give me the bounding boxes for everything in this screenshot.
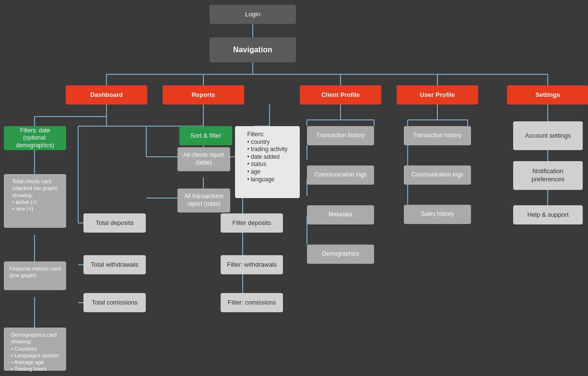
total-deposits-node: Total deposits: [83, 213, 146, 233]
filters-date-node: Filters: date (optional: demographics): [4, 126, 66, 150]
dashboard-node: Dashboard: [66, 85, 147, 105]
client-communication-logs-node: Communication logs: [307, 165, 374, 185]
user-profile-node: User Profile: [397, 85, 478, 105]
login-node: Login: [210, 5, 296, 24]
filter-comissions-node: Filter: comissions: [221, 293, 283, 312]
user-communication-logs-node: Communication logs: [404, 165, 471, 185]
all-clients-report-node: All clients report (table): [177, 147, 230, 171]
diagram: Login Navigation Dashboard Reports Clien…: [0, 0, 588, 376]
demographics-card-node: Demographics card showing: • Countries •…: [4, 328, 66, 371]
user-transaction-history-node: Transaction history: [404, 126, 471, 145]
account-settings-node: Account settings: [513, 121, 583, 150]
sales-history-node: Sales history: [404, 205, 471, 224]
settings-node: Settings: [507, 85, 588, 105]
navigation-node: Navigation: [210, 37, 296, 62]
filter-withdrawals-node: Filter: withdrawals: [221, 255, 283, 274]
sort-filter-node: Sort & filter: [179, 126, 232, 145]
client-transaction-history-node: Transaction history: [307, 126, 374, 145]
financial-metrics-node: Financial metrics card (line graph): [4, 261, 66, 290]
total-clients-card-node: Total clients card (stacked bar graph) s…: [4, 174, 66, 228]
client-profile-node: Client Profile: [300, 85, 381, 105]
total-withdrawals-node: Total withdrawals: [83, 255, 146, 274]
filters-box-node: Filters: • country • trading activity • …: [235, 126, 300, 198]
metadata-node: Metadata: [307, 205, 374, 224]
total-comissions-node: Total comissions: [83, 293, 146, 312]
help-support-node: Help & support: [513, 205, 583, 224]
reports-node: Reports: [163, 85, 244, 105]
all-transactions-report-node: All transactions report (table): [177, 188, 230, 212]
notification-preferences-node: Notification preferences: [513, 161, 583, 190]
demographics-node: Demographics: [307, 245, 374, 264]
filter-deposits-node: Filter deposits: [221, 213, 283, 233]
